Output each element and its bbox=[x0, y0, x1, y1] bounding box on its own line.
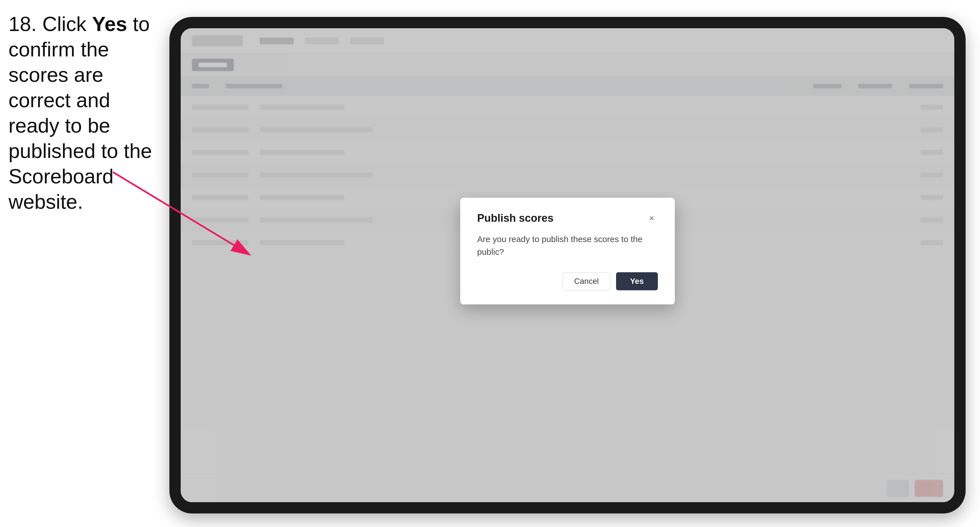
text-after: to confirm the scores are correct and re… bbox=[8, 13, 152, 213]
yes-button[interactable]: Yes bbox=[616, 272, 658, 290]
step-number: 18. bbox=[8, 13, 37, 35]
tablet-screen: Publish scores × Are you ready to publis… bbox=[181, 28, 954, 502]
modal-title: Publish scores bbox=[477, 212, 554, 224]
modal-backdrop: Publish scores × Are you ready to publis… bbox=[181, 28, 954, 502]
modal-body: Are you ready to publish these scores to… bbox=[477, 233, 658, 258]
page-container: 18. Click Yes to confirm the scores are … bbox=[0, 0, 980, 527]
cancel-button[interactable]: Cancel bbox=[563, 272, 611, 290]
instruction-text: 18. Click Yes to confirm the scores are … bbox=[8, 11, 167, 214]
modal-close-button[interactable]: × bbox=[646, 212, 658, 224]
publish-scores-modal: Publish scores × Are you ready to publis… bbox=[460, 198, 675, 305]
modal-message: Are you ready to publish these scores to… bbox=[477, 233, 658, 258]
modal-header: Publish scores × bbox=[477, 212, 658, 224]
close-icon: × bbox=[649, 213, 654, 224]
bold-yes: Yes bbox=[92, 13, 127, 35]
modal-footer: Cancel Yes bbox=[477, 272, 658, 290]
text-before-bold: Click bbox=[42, 13, 92, 35]
tablet-device: Publish scores × Are you ready to publis… bbox=[169, 17, 966, 513]
